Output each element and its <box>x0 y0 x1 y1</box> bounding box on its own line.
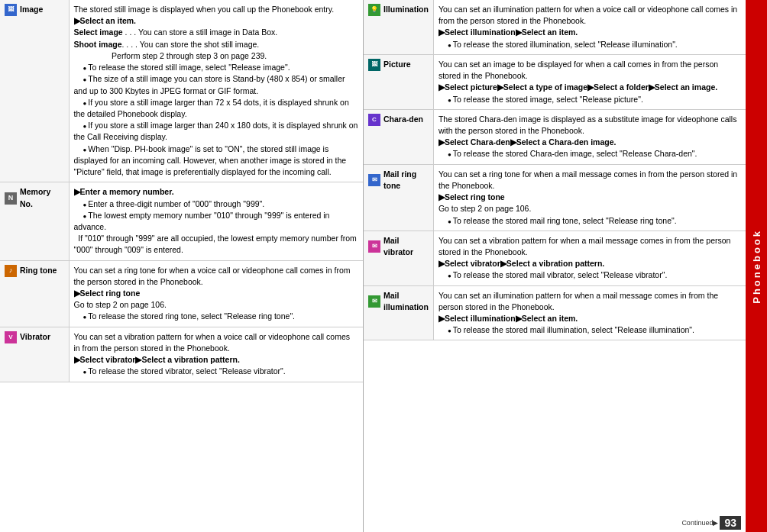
page-number: 93 <box>720 516 741 530</box>
ring-tone-label: Ring tone <box>20 265 57 276</box>
table-row: ✉ Mail illumination You can set an illum… <box>364 285 746 340</box>
memory-no-icon: N <box>5 192 17 205</box>
table-row: ✉ Mail ring tone You can set a ring tone… <box>364 164 746 231</box>
right-feature-table: 💡 Illumination You can set an illuminati… <box>364 0 746 340</box>
mail-illumination-label: Mail illumination <box>384 290 429 313</box>
table-row: 💡 Illumination You can set an illuminati… <box>364 0 746 54</box>
mail-ring-tone-icon: ✉ <box>368 174 380 186</box>
image-label: Image <box>20 4 43 15</box>
ring-tone-icon: ♪ <box>5 265 17 277</box>
red-tab: Phonebook <box>746 0 767 532</box>
bottom-bar: Continued▶ 93 <box>364 514 746 532</box>
image-desc: The stored still image is displayed when… <box>69 0 363 182</box>
right-panel: 💡 Illumination You can set an illuminati… <box>364 0 746 532</box>
table-row: 🖼 Image The stored still image is displa… <box>0 0 363 182</box>
table-row: V Vibrator You can set a vibration patte… <box>0 327 363 382</box>
table-row: ✉ Mail vibrator You can set a vibration … <box>364 231 746 285</box>
mail-vibrator-desc: You can set a vibration pattern for when… <box>433 231 746 285</box>
continued-text: Continued▶ <box>681 519 718 527</box>
vibrator-label: Vibrator <box>20 331 50 343</box>
left-feature-table: 🖼 Image The stored still image is displa… <box>0 0 363 382</box>
memory-no-icon-cell: N Memory No. <box>0 182 69 260</box>
mail-illumination-icon: ✉ <box>368 295 380 308</box>
vibrator-icon: V <box>5 331 17 343</box>
illumination-icon: 💡 <box>368 4 380 16</box>
chara-den-desc: The stored Chara-den image is displayed … <box>433 109 746 164</box>
table-row: 🖼 Picture You can set an image to be dis… <box>364 54 746 109</box>
mail-illumination-icon-cell: ✉ Mail illumination <box>364 285 433 340</box>
ring-tone-icon-cell: ♪ Ring tone <box>0 260 69 327</box>
chara-den-icon-cell: C Chara-den <box>364 109 433 164</box>
memory-no-desc: ▶Enter a memory number. Enter a three-di… <box>69 182 363 260</box>
picture-icon-cell: 🖼 Picture <box>364 54 433 109</box>
table-row: N Memory No. ▶Enter a memory number. Ent… <box>0 182 363 260</box>
table-row: C Chara-den The stored Chara-den image i… <box>364 109 746 164</box>
left-panel: 🖼 Image The stored still image is displa… <box>0 0 364 532</box>
illumination-icon-cell: 💡 Illumination <box>364 0 433 54</box>
memory-no-label: Memory No. <box>20 186 64 209</box>
illumination-desc: You can set an illumination pattern for … <box>433 0 746 54</box>
picture-desc: You can set an image to be displayed for… <box>433 54 746 109</box>
picture-label: Picture <box>384 59 411 70</box>
image-icon: 🖼 <box>5 4 17 16</box>
vibrator-icon-cell: V Vibrator <box>0 327 69 382</box>
mail-ring-tone-desc: You can set a ring tone for when a mail … <box>433 164 746 231</box>
ring-tone-desc: You can set a ring tone for when a voice… <box>69 260 363 327</box>
sidebar-label: Phonebook <box>751 229 762 304</box>
mail-ring-tone-label: Mail ring tone <box>384 169 429 192</box>
mail-ring-tone-icon-cell: ✉ Mail ring tone <box>364 164 433 231</box>
mail-vibrator-icon: ✉ <box>368 240 380 253</box>
chara-den-icon: C <box>368 114 380 126</box>
vibrator-desc: You can set a vibration pattern for when… <box>69 327 363 382</box>
picture-icon: 🖼 <box>368 59 380 71</box>
page-wrapper: 🖼 Image The stored still image is displa… <box>0 0 767 532</box>
mail-vibrator-icon-cell: ✉ Mail vibrator <box>364 231 433 285</box>
illumination-label: Illumination <box>384 4 429 15</box>
mail-vibrator-label: Mail vibrator <box>384 235 429 258</box>
chara-den-label: Chara-den <box>384 114 423 125</box>
image-icon-cell: 🖼 Image <box>0 0 69 182</box>
mail-illumination-desc: You can set an illumination pattern for … <box>433 285 746 340</box>
table-row: ♪ Ring tone You can set a ring tone for … <box>0 260 363 327</box>
